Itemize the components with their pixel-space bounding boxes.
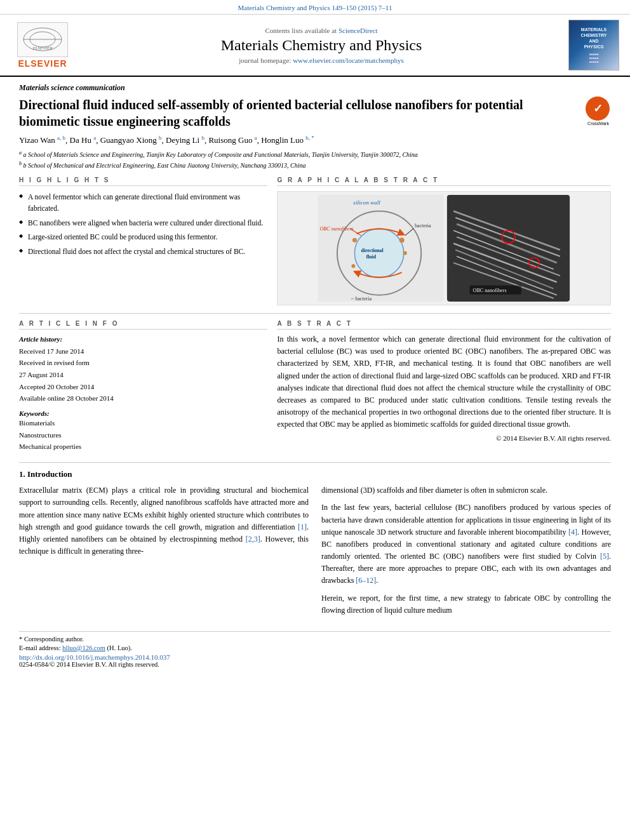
article-info: A R T I C L E I N F O Article history: R… bbox=[19, 320, 267, 453]
journal-homepage-line: journal homepage: www.elsevier.com/locat… bbox=[239, 57, 404, 64]
svg-point-14 bbox=[399, 237, 405, 243]
keyword-1: Biomaterials bbox=[19, 417, 267, 429]
issn-line: 0254-0584/© 2014 Elsevier B.V. All right… bbox=[19, 661, 611, 668]
introduction-section: 1. Introduction Extracellular matrix (EC… bbox=[19, 462, 611, 622]
article-title: Directional fluid induced self-assembly … bbox=[19, 97, 540, 130]
sciencedirect-link[interactable]: ScienceDirect bbox=[338, 27, 378, 34]
journal-title: Materials Chemistry and Physics bbox=[221, 37, 422, 54]
highlights-section: H I G H L I G H T S A novel fermentor wh… bbox=[19, 177, 267, 305]
abstract-content: In this work, a novel fermentor which ca… bbox=[277, 333, 611, 444]
journal-cover-area: MATERIALSCHEMISTRYANDPHYSICS ■■■■■■■■■■■… bbox=[565, 20, 622, 70]
article-type: Materials science communication bbox=[19, 83, 611, 93]
journal-cover-image: MATERIALSCHEMISTRYANDPHYSICS ■■■■■■■■■■■… bbox=[568, 20, 619, 70]
keyword-3: Mechanical properties bbox=[19, 441, 267, 453]
svg-text:ELSEVIER: ELSEVIER bbox=[32, 46, 53, 51]
svg-point-17 bbox=[352, 264, 356, 268]
authors-line: Yizao Wan a, b, Da Hu a, Guangyao Xiong … bbox=[19, 135, 611, 145]
footer-section: * Corresponding author. E-mail address: … bbox=[19, 631, 611, 668]
article-history: Article history: Received 17 June 2014 R… bbox=[19, 333, 267, 404]
crossmark-badge[interactable]: ✓ CrossMark bbox=[586, 97, 611, 122]
corresponding-author-note: * Corresponding author. bbox=[19, 636, 611, 643]
svg-text:directional: directional bbox=[361, 248, 384, 253]
highlights-label: H I G H L I G H T S bbox=[19, 177, 267, 186]
accepted-date: Accepted 20 October 2014 bbox=[19, 381, 267, 393]
journal-reference-text: Materials Chemistry and Physics 149–150 … bbox=[238, 4, 392, 11]
highlight-item-3: Large-sized oriented BC could be produce… bbox=[19, 231, 267, 243]
highlight-item-2: BC nanofibers were aligned when bacteria… bbox=[19, 217, 267, 229]
abstract-text: In this work, a novel fermentor which ca… bbox=[277, 333, 611, 431]
highlights-abstract-section: H I G H L I G H T S A novel fermentor wh… bbox=[19, 177, 611, 305]
svg-point-15 bbox=[403, 251, 407, 255]
intro-right-col: dimensional (3D) scaffolds and fiber dia… bbox=[321, 484, 611, 622]
svg-text:bacteria: bacteria bbox=[415, 223, 431, 229]
svg-point-7 bbox=[355, 229, 404, 277]
svg-text:fluid: fluid bbox=[366, 254, 377, 260]
ref-6-12: [6–12] bbox=[356, 576, 376, 585]
keywords-label: Keywords: bbox=[19, 410, 267, 417]
ref-1: [1] bbox=[298, 523, 307, 531]
intro-p4: Herein, we report, for the first time, a… bbox=[321, 592, 611, 617]
crossmark-icon: ✓ bbox=[586, 97, 610, 121]
svg-point-16 bbox=[352, 238, 357, 243]
journal-title-area: Contents lists available at ScienceDirec… bbox=[84, 20, 559, 70]
sciencedirect-line: Contents lists available at ScienceDirec… bbox=[265, 27, 377, 34]
received-date: Received 17 June 2014 bbox=[19, 345, 267, 357]
doi-line: http://dx.doi.org/10.1016/j.matchemphys.… bbox=[19, 653, 611, 661]
keywords-section: Keywords: Biomaterials Nanostructures Me… bbox=[19, 410, 267, 453]
journal-header: ELSEVIER ELSEVIER Contents lists availab… bbox=[0, 15, 630, 77]
journal-reference-bar: Materials Chemistry and Physics 149–150 … bbox=[0, 0, 630, 15]
revised-label: Received in revised form bbox=[19, 357, 267, 369]
article-info-label: A R T I C L E I N F O bbox=[19, 320, 267, 330]
article-content: Materials science communication ✓ CrossM… bbox=[0, 77, 630, 676]
revised-date: 27 August 2014 bbox=[19, 369, 267, 381]
svg-text:←bacteria: ←bacteria bbox=[351, 296, 372, 302]
page: Materials Chemistry and Physics 149–150 … bbox=[0, 0, 630, 840]
ref-4: [4] bbox=[568, 528, 577, 537]
svg-text:silicon wall: silicon wall bbox=[354, 199, 381, 206]
email-line: E-mail address: hlluo@126.com (H. Luo). bbox=[19, 644, 611, 651]
crossmark-label: CrossMark bbox=[586, 121, 611, 126]
publisher-logo-area: ELSEVIER ELSEVIER bbox=[8, 20, 77, 70]
available-online: Available online 28 October 2014 bbox=[19, 392, 267, 404]
abstract-copyright: © 2014 Elsevier B.V. All rights reserved… bbox=[277, 433, 611, 444]
article-info-abstract-section: A R T I C L E I N F O Article history: R… bbox=[19, 313, 611, 453]
svg-text:OBC nanofibers: OBC nanofibers bbox=[320, 226, 354, 232]
intro-p3: In the last few years, bacterial cellulo… bbox=[321, 502, 611, 587]
journal-homepage-link[interactable]: www.elsevier.com/locate/matchemphys bbox=[293, 57, 404, 64]
email-person: (H. Luo). bbox=[107, 644, 132, 651]
ref-5: [5] bbox=[600, 552, 609, 561]
title-area: ✓ CrossMark Directional fluid induced se… bbox=[19, 97, 611, 130]
keywords-list: Biomaterials Nanostructures Mechanical p… bbox=[19, 417, 267, 453]
doi-link[interactable]: http://dx.doi.org/10.1016/j.matchemphys.… bbox=[19, 653, 170, 661]
elsevier-logo-image: ELSEVIER bbox=[17, 22, 68, 57]
ref-2-3: [2,3] bbox=[246, 535, 260, 543]
highlight-item-4: Directional fluid does not affect the cr… bbox=[19, 246, 267, 257]
graphical-abstract-image: silicon wall directional fluid OBC nanof… bbox=[277, 191, 611, 305]
svg-text:OBC nanofibers: OBC nanofibers bbox=[473, 288, 507, 293]
affiliation-a: a a School of Materials Science and Engi… bbox=[19, 149, 611, 159]
elsevier-text: ELSEVIER bbox=[18, 58, 67, 69]
abstract-label: A B S T R A C T bbox=[277, 320, 611, 330]
author-email-link[interactable]: hlluo@126.com bbox=[62, 644, 105, 651]
introduction-heading: 1. Introduction bbox=[19, 469, 611, 479]
intro-p1: Extracellular matrix (ECM) plays a criti… bbox=[19, 484, 309, 557]
intro-left-col: Extracellular matrix (ECM) plays a criti… bbox=[19, 484, 309, 622]
abstract-section: A B S T R A C T In this work, a novel fe… bbox=[277, 320, 611, 453]
graphical-abstract-label: G R A P H I C A L A B S T R A C T bbox=[277, 177, 611, 186]
affiliation-b: b b School of Mechanical and Electrical … bbox=[19, 160, 611, 170]
introduction-columns: Extracellular matrix (ECM) plays a criti… bbox=[19, 484, 611, 622]
intro-p2: dimensional (3D) scaffolds and fiber dia… bbox=[321, 484, 611, 497]
graphical-abstract-section: G R A P H I C A L A B S T R A C T silico… bbox=[277, 177, 611, 305]
highlights-list: A novel fermentor which can generate dir… bbox=[19, 191, 267, 257]
keyword-2: Nanostructures bbox=[19, 429, 267, 441]
highlight-item-1: A novel fermentor which can generate dir… bbox=[19, 191, 267, 215]
affiliations: a a School of Materials Science and Engi… bbox=[19, 149, 611, 170]
history-label: Article history: bbox=[19, 333, 267, 345]
elsevier-logo: ELSEVIER ELSEVIER bbox=[17, 22, 68, 69]
